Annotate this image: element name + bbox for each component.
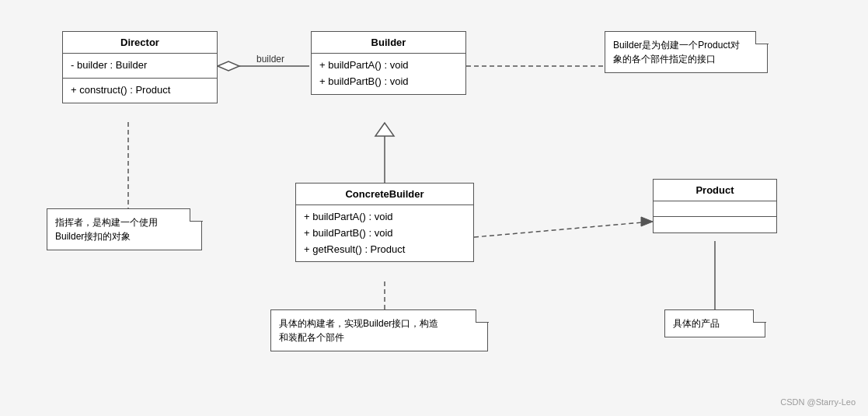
concrete-note: 具体的构建者，实现Builder接口，构造 和装配各个部件 <box>270 309 488 351</box>
product-note: 具体的产品 <box>664 309 765 337</box>
builder-section: + buildPartA() : void + buildPartB() : v… <box>312 54 465 94</box>
svg-marker-8 <box>641 217 653 226</box>
svg-marker-0 <box>218 61 239 71</box>
watermark: CSDN @Starry-Leo <box>780 397 856 407</box>
product-box: Product <box>653 179 777 233</box>
director-section2: + construct() : Product <box>63 79 217 103</box>
product-title: Product <box>654 180 776 201</box>
concrete-builder-box: ConcreteBuilder + buildPartA() : void + … <box>295 183 474 262</box>
builder-box: Builder + buildPartA() : void + buildPar… <box>311 31 466 95</box>
product-section2 <box>654 217 776 232</box>
director-title: Director <box>63 32 217 54</box>
svg-marker-6 <box>375 123 394 136</box>
concrete-note-text: 具体的构建者，实现Builder接口，构造 和装配各个部件 <box>279 318 438 343</box>
product-section1 <box>654 201 776 217</box>
svg-line-7 <box>474 222 651 237</box>
concrete-builder-section: + buildPartA() : void + buildPartB() : v… <box>296 205 473 261</box>
svg-text:builder: builder <box>256 54 284 65</box>
director-section1: - builder : Builder <box>63 54 217 79</box>
builder-note-text: Builder是为创建一个Product对 象的各个部件指定的接口 <box>613 40 740 65</box>
product-note-text: 具体的产品 <box>673 318 720 329</box>
diagram-container: builder Director - builder : Builder + c… <box>0 0 868 416</box>
builder-note: Builder是为创建一个Product对 象的各个部件指定的接口 <box>605 31 768 73</box>
director-note: 指挥者，是构建一个使用 Builder接扣的对象 <box>47 208 202 250</box>
director-box: Director - builder : Builder + construct… <box>62 31 218 103</box>
builder-title: Builder <box>312 32 465 54</box>
concrete-builder-title: ConcreteBuilder <box>296 184 473 205</box>
director-note-text: 指挥者，是构建一个使用 Builder接扣的对象 <box>55 217 158 242</box>
